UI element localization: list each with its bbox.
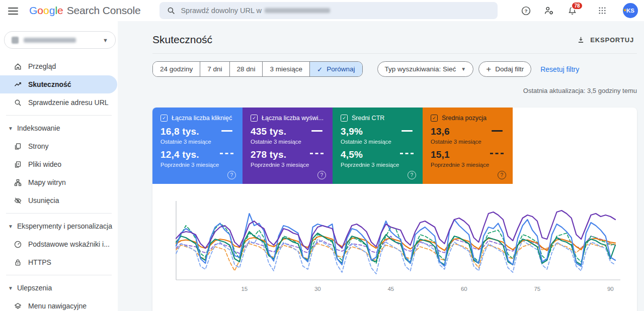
sidebar-item-strony[interactable]: Strony: [0, 137, 118, 155]
reset-filters-link[interactable]: Resetuj filtry: [540, 65, 579, 73]
metric-cards: ✓Łączna liczba kliknięć 16,8 tys. Ostatn…: [152, 108, 637, 184]
solid-line-legend-icon: [311, 130, 323, 132]
solid-line-legend-icon: [221, 130, 232, 132]
date-chip-3-miesiace[interactable]: 3 miesiące: [263, 62, 310, 76]
solid-line-legend-icon: [492, 130, 503, 132]
svg-text:45: 45: [387, 286, 394, 292]
checkbox-checked-icon[interactable]: ✓: [251, 115, 258, 122]
compare-chip-selected[interactable]: ✓ Porównaj: [310, 62, 362, 76]
performance-report-panel: ✓Łączna liczba kliknięć 16,8 tys. Ostatn…: [152, 108, 637, 311]
sidebar-section-eksperymenty[interactable]: ▼ Eksperymenty i personalizacja: [0, 217, 118, 235]
sidebar-divider: [6, 115, 112, 116]
performance-line-chart[interactable]: 153045607590: [152, 197, 637, 300]
menu-icon[interactable]: [8, 8, 18, 15]
chevron-down-icon: ▼: [103, 37, 108, 43]
svg-text:75: 75: [534, 286, 540, 292]
add-filter-button[interactable]: + Dodaj filtr: [478, 61, 531, 77]
solid-line-legend-icon: [401, 130, 413, 132]
property-selector-dropdown[interactable]: ▼: [4, 31, 116, 49]
metric-card-impressions[interactable]: ✓Łączna liczba wyświ... 435 tys. Ostatni…: [243, 108, 333, 184]
search-icon: [167, 6, 176, 15]
export-button[interactable]: EKSPORTUJ: [574, 35, 637, 45]
svg-text:30: 30: [314, 286, 321, 292]
chevron-down-icon: ▼: [461, 66, 466, 72]
logo-google: Google: [29, 5, 63, 17]
metric-current-value: 3,9%: [341, 126, 363, 137]
header-divider: [152, 53, 637, 54]
metric-current-value: 13,6: [431, 126, 450, 137]
speedometer-icon: [14, 240, 22, 249]
help-circle-icon[interactable]: ?: [227, 171, 236, 179]
help-circle-icon[interactable]: ?: [498, 171, 506, 179]
help-icon[interactable]: ?: [520, 5, 531, 16]
app-logo[interactable]: Google Search Console: [29, 5, 140, 17]
lock-icon: [14, 258, 22, 267]
url-inspect-icon: [14, 98, 22, 107]
redacted-property-url: [265, 8, 330, 13]
sidebar-item-podstawowe-wskazniki[interactable]: Podstawowe wskaźniki i...: [0, 235, 118, 253]
account-avatar[interactable]: ★ KS: [623, 3, 638, 18]
search-placeholder: Sprawdź dowolny URL w: [181, 7, 262, 15]
metric-current-value: 16,8 tys.: [160, 126, 199, 137]
sidebar-divider: [6, 213, 112, 214]
sidebar-item-pliki-wideo[interactable]: Pliki wideo: [0, 155, 118, 173]
sidebar-section-indeksowanie[interactable]: ▼ Indeksowanie: [0, 119, 118, 137]
section-collapse-caret-icon: ▼: [8, 126, 13, 131]
date-range-segmented-control: 24 godziny 7 dni 28 dni 3 miesiące ✓ Por…: [152, 61, 363, 77]
search-type-dropdown[interactable]: Typ wyszukiwania: Sieć ▼: [377, 61, 474, 77]
redacted-property-name: [24, 38, 76, 43]
metric-previous-value: 4,5%: [341, 149, 363, 160]
metric-card-ctr[interactable]: ✓Średni CTR 3,9% Ostatnie 3 miesiące 4,5…: [333, 108, 423, 184]
notifications-bell-icon[interactable]: 78: [567, 5, 578, 16]
last-update-text: Ostatnia aktualizacja: 3,5 godziny temu: [152, 87, 637, 95]
pages-icon: [14, 142, 22, 151]
logo-product-name: Search Console: [67, 5, 141, 17]
checkbox-checked-icon[interactable]: ✓: [431, 115, 438, 122]
sidebar-item-mapy-witryn[interactable]: Mapy witryn: [0, 173, 118, 191]
section-collapse-caret-icon: ▼: [8, 224, 13, 229]
dashed-line-legend-icon: [310, 153, 324, 154]
avatar-star-icon: ★: [623, 8, 627, 13]
metric-previous-value: 15,1: [431, 149, 450, 160]
google-apps-grid-icon[interactable]: [597, 5, 608, 16]
user-settings-icon[interactable]: [543, 5, 554, 16]
sidebar-item-menu-nawigacyjne[interactable]: Menu nawigacyjne: [0, 297, 118, 311]
dashed-line-legend-icon: [220, 153, 233, 154]
home-icon: [14, 62, 22, 71]
metric-card-position[interactable]: ✓Średnia pozycja 13,6 Ostatnie 3 miesiąc…: [423, 108, 513, 184]
svg-text:60: 60: [461, 286, 467, 292]
sidebar-item-https[interactable]: HTTPS: [0, 253, 118, 271]
checkbox-checked-icon[interactable]: ✓: [341, 115, 348, 122]
sidebar-item-przeglad[interactable]: Przegląd: [0, 57, 118, 75]
top-app-bar: Google Search Console Sprawdź dowolny UR…: [0, 0, 644, 21]
metric-card-clicks[interactable]: ✓Łączna liczba kliknięć 16,8 tys. Ostatn…: [152, 108, 243, 184]
checkbox-checked-icon[interactable]: ✓: [160, 115, 168, 122]
help-circle-icon[interactable]: ?: [317, 171, 326, 179]
svg-text:15: 15: [241, 286, 248, 292]
trending-up-icon: [14, 80, 22, 89]
main-content: Skuteczność EKSPORTUJ 24 godziny 7 dni 2…: [118, 21, 644, 311]
url-inspection-search-input[interactable]: Sprawdź dowolny URL w: [159, 2, 498, 19]
date-chip-7-dni[interactable]: 7 dni: [200, 62, 229, 76]
sidebar-section-ulepszenia[interactable]: ▼ Ulepszenia: [0, 279, 118, 297]
removals-eye-off-icon: [14, 196, 22, 205]
notification-count-badge: 78: [571, 2, 583, 10]
sidebar-item-skutecznosc[interactable]: Skuteczność: [0, 75, 117, 93]
metric-previous-value: 278 tys.: [251, 149, 286, 160]
section-collapse-caret-icon: ▼: [8, 285, 13, 291]
property-favicon: [12, 37, 19, 44]
sidebar-item-sprawdzenie-adresu-url[interactable]: Sprawdzenie adresu URL: [0, 93, 118, 112]
layers-icon: [14, 302, 22, 310]
help-circle-icon[interactable]: ?: [408, 171, 416, 179]
check-icon: ✓: [317, 65, 323, 73]
metric-previous-value: 12,4 tys.: [160, 149, 199, 160]
dashed-line-legend-icon: [490, 153, 504, 154]
date-chip-24-godziny[interactable]: 24 godziny: [153, 62, 200, 76]
filter-bar: 24 godziny 7 dni 28 dni 3 miesiące ✓ Por…: [152, 61, 637, 77]
sidebar-item-usuniecia[interactable]: Usunięcia: [0, 191, 118, 210]
avatar-initials: KS: [626, 8, 634, 14]
download-icon: [577, 36, 585, 44]
page-title: Skuteczność: [152, 34, 212, 46]
plus-icon: +: [486, 65, 491, 73]
date-chip-28-dni[interactable]: 28 dni: [230, 62, 263, 76]
